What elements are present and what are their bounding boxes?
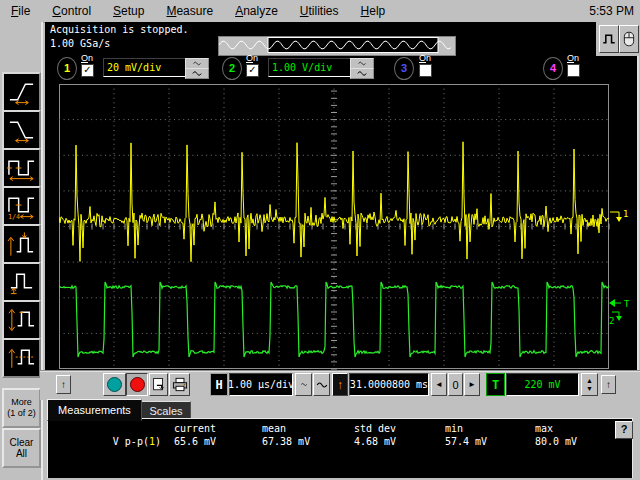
scroll-up-left-button[interactable]: ↑: [56, 375, 71, 394]
clock: 5:53 PM: [589, 4, 634, 18]
timebase-display[interactable]: 1.00 µs/div: [229, 373, 293, 396]
mouse-pointer-button[interactable]: [619, 25, 639, 53]
rise-time-button[interactable]: [2, 72, 41, 112]
delay-left-button[interactable]: ◄: [431, 373, 447, 396]
value-min: 57.4 mV: [445, 436, 487, 447]
menu-help[interactable]: Help: [350, 4, 397, 18]
value-max: 80.0 mV: [535, 436, 577, 447]
menu-setup[interactable]: Setup: [102, 4, 155, 18]
channel-2-scale-display[interactable]: 1.00 V/div: [268, 58, 354, 77]
trigger-level-display[interactable]: 220 mV: [506, 373, 579, 396]
v-top-button[interactable]: [2, 224, 41, 264]
clear-label: Clear: [10, 437, 34, 448]
channel-1-on-checkbox[interactable]: ✓: [81, 64, 94, 77]
channel-2-scale-down-button[interactable]: [350, 68, 374, 79]
svg-text:1: 1: [623, 209, 628, 219]
v-p-p-button[interactable]: [2, 300, 41, 340]
horizontal-trigger-toolbar: ↑ H 1.00 µs/div ↑ 31.0000800 ms ◄ 0 ► T …: [40, 370, 640, 400]
clear-all-label: All: [16, 448, 27, 459]
fall-time-icon: [7, 116, 36, 144]
sine-large-icon: [191, 70, 203, 77]
measurements-panel: current mean std dev min max V p-p(1) 65…: [47, 418, 633, 478]
horizontal-label: H: [210, 373, 228, 396]
menu-analyze[interactable]: Analyze: [224, 4, 289, 18]
channel-4-on-label: On: [567, 53, 579, 63]
channel-1-badge[interactable]: 1: [57, 57, 77, 80]
tab-measurements[interactable]: Measurements: [47, 399, 142, 421]
fall-time-button[interactable]: [2, 110, 41, 150]
value-mean: 67.38 mV: [262, 436, 310, 447]
sine-small-icon: [299, 381, 309, 388]
print-button[interactable]: [169, 373, 190, 396]
period-icon: [7, 154, 36, 182]
column-mean: mean: [262, 423, 286, 434]
delay-right-button[interactable]: ►: [464, 373, 480, 396]
measurement-name-suffix: ): [155, 436, 161, 447]
stop-button[interactable]: [126, 373, 148, 396]
scroll-up-right-button[interactable]: ↑: [601, 375, 616, 394]
channel-2-on-checkbox[interactable]: ✓: [246, 64, 259, 77]
menu-file[interactable]: File: [0, 4, 41, 18]
column-min: min: [445, 423, 463, 434]
printer-icon: [172, 377, 188, 392]
channel-1-scale-down-button[interactable]: [185, 68, 209, 79]
duty-cycle-button[interactable]: 1/4: [2, 186, 41, 226]
scope-panel: Acquisition is stopped. 1.00 GSa/s 1 On …: [45, 22, 639, 370]
value-current: 65.6 mV: [174, 436, 216, 447]
sine-large-icon: [316, 381, 328, 389]
channel-1-on-label: On: [81, 53, 93, 63]
overview-waveform: [219, 37, 453, 53]
run-icon: [107, 377, 122, 392]
sine-small-icon: [356, 60, 368, 67]
v-avg-button[interactable]: [2, 338, 41, 378]
run-button[interactable]: [103, 373, 126, 396]
channel-2-on-label: On: [246, 53, 258, 63]
v-base-button[interactable]: [2, 262, 41, 302]
v-base-icon: [7, 268, 36, 296]
copy-screen-icon: [152, 377, 165, 392]
duty-cycle-icon: 1/4: [7, 192, 36, 220]
help-button[interactable]: ?: [615, 421, 633, 439]
pulse-mode-button[interactable]: [599, 25, 619, 53]
pulse-icon: [602, 32, 616, 46]
trigger-position-button[interactable]: ↑: [332, 373, 348, 396]
menu-bar: File Control Setup Measure Analyze Utili…: [0, 0, 640, 23]
more-label: More: [11, 397, 32, 408]
trigger-level-spinner[interactable]: ▲▼: [581, 373, 598, 396]
more-measurements-button[interactable]: More (1 of 2): [2, 388, 41, 428]
delay-zero-button[interactable]: 0: [448, 373, 463, 396]
sample-rate: 1.00 GSa/s: [50, 38, 110, 49]
waveform-plot[interactable]: 1T2: [59, 84, 635, 370]
copy-screen-button[interactable]: [149, 373, 168, 396]
value-std-dev: 4.68 mV: [354, 436, 396, 447]
column-max: max: [535, 423, 553, 434]
top-right-buttons: [596, 22, 640, 56]
svg-text:1/4: 1/4: [8, 213, 20, 220]
stop-icon: [130, 377, 145, 392]
column-std-dev: std dev: [354, 423, 396, 434]
sine-large-icon: [356, 70, 368, 77]
timebase-coarse-button[interactable]: [313, 373, 330, 396]
spinner-up-icon: ▲: [586, 377, 593, 385]
more-page-label: (1 of 2): [7, 408, 36, 419]
channel-1-scale-display[interactable]: 20 mV/div: [103, 58, 189, 77]
channel-3-badge[interactable]: 3: [394, 57, 414, 80]
period-button[interactable]: [2, 148, 41, 188]
svg-text:T: T: [624, 299, 630, 309]
menu-control[interactable]: Control: [41, 4, 102, 18]
channel-4-badge[interactable]: 4: [543, 57, 563, 80]
channel-4-on-checkbox[interactable]: [567, 64, 580, 77]
delay-display[interactable]: 31.0000800 ms: [349, 373, 429, 396]
clear-all-button[interactable]: Clear All: [2, 428, 41, 468]
channel-3-on-checkbox[interactable]: [419, 64, 432, 77]
measurement-toolbar: 1/4: [0, 22, 43, 480]
v-p-p-icon: [7, 306, 36, 334]
menu-measure[interactable]: Measure: [155, 4, 224, 18]
measurement-name: V p-p(1): [68, 436, 161, 447]
channel-2-badge[interactable]: 2: [222, 57, 242, 80]
timebase-fine-button[interactable]: [295, 373, 312, 396]
column-current: current: [174, 423, 216, 434]
trigger-label: T: [486, 373, 505, 396]
menu-utilities[interactable]: Utilities: [289, 4, 350, 18]
sine-small-icon: [191, 60, 203, 67]
